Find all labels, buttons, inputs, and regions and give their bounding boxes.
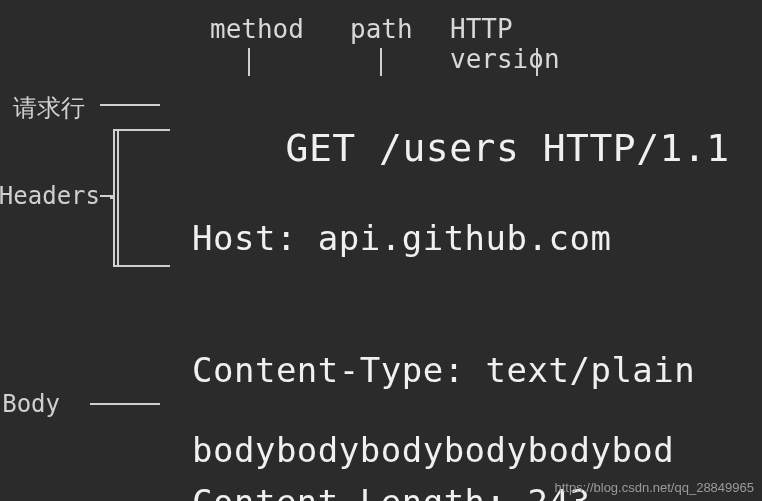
header-host: Host: api.github.com: [192, 216, 695, 260]
watermark: https://blog.csdn.net/qq_28849965: [555, 480, 755, 495]
body-line-1: bodybodybodybodybodybod: [192, 428, 674, 472]
label-version: HTTP version: [450, 14, 560, 74]
body-block: bodybodybodybodybodybod ybodybodybodybod…: [192, 340, 674, 501]
tick-path: [380, 48, 382, 76]
bracket-headers-tip: [100, 195, 114, 197]
label-body: Body: [0, 390, 60, 418]
bracket-headers: [110, 128, 180, 268]
label-path: path: [350, 14, 413, 44]
tick-version: [536, 48, 538, 76]
label-request-line: 请求行: [0, 92, 85, 124]
connector-body: [90, 403, 160, 405]
connector-request-line: [100, 104, 160, 106]
label-method: method: [210, 14, 304, 44]
diagram-root: method path HTTP version 请求行 GET /users …: [0, 0, 762, 501]
label-headers: Headers: [0, 182, 100, 210]
tick-method: [248, 48, 250, 76]
